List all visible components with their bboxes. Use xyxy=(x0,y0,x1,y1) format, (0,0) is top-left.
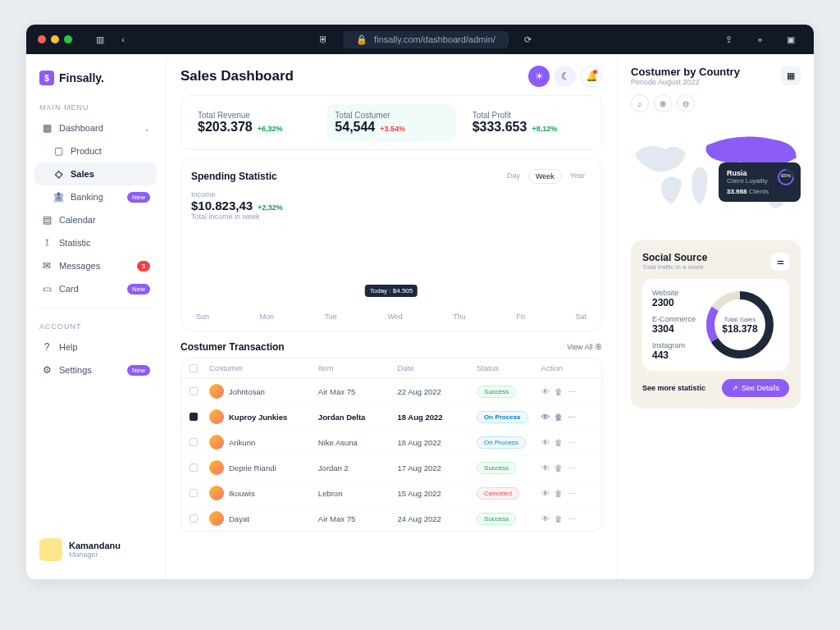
range-year[interactable]: Year xyxy=(564,169,591,184)
share-icon[interactable]: ⇪ xyxy=(722,33,735,46)
view-icon[interactable]: 👁 xyxy=(541,413,550,422)
world-map[interactable]: 65% Rusia Client Loyality 33.988 Clients xyxy=(631,117,801,232)
card-icon: ▭ xyxy=(41,283,52,294)
view-icon[interactable]: 👁 xyxy=(541,463,550,472)
more-icon[interactable]: ⋯ xyxy=(568,387,576,396)
reload-icon[interactable]: ⟳ xyxy=(522,33,535,46)
theme-dark-button[interactable]: ☾ xyxy=(555,66,576,87)
sidebar: $ Finsally. MAIN MENU ▦ Dashboard ⌄ ▢ Pr… xyxy=(26,54,166,579)
delete-icon[interactable]: 🗑 xyxy=(555,438,563,447)
new-badge: New xyxy=(127,192,150,203)
chat-icon: ✉ xyxy=(41,260,52,272)
sidebar-item-settings[interactable]: ⚙ Settings New xyxy=(34,358,157,381)
back-icon[interactable]: ‹ xyxy=(116,33,130,46)
new-tab-icon[interactable]: ＋ xyxy=(753,33,766,46)
more-icon[interactable]: ⋯ xyxy=(568,514,576,523)
delete-icon[interactable]: 🗑 xyxy=(555,387,563,396)
row-checkbox[interactable] xyxy=(189,489,198,497)
browser-window: ▥ ‹ ⛨ 🔒 finsally.com/dashboard/admin/ ⟳ … xyxy=(26,25,814,579)
more-icon[interactable]: ⋯ xyxy=(568,489,576,498)
status-badge: Canceled xyxy=(477,487,519,500)
more-icon[interactable]: ⋯ xyxy=(568,413,576,422)
sidebar-item-messages[interactable]: ✉ Messages 3 xyxy=(34,254,157,277)
url-bar[interactable]: 🔒 finsally.com/dashboard/admin/ xyxy=(343,31,509,48)
see-details-button[interactable]: ↗ See Details xyxy=(722,379,789,397)
sidebar-item-calendar[interactable]: ▤ Calendar xyxy=(34,208,157,231)
brand[interactable]: $ Finsally. xyxy=(34,67,157,95)
more-icon[interactable]: ⋯ xyxy=(568,463,576,472)
delete-icon[interactable]: 🗑 xyxy=(555,489,563,498)
zoom-in-icon[interactable]: ⊕ xyxy=(654,94,672,112)
select-all-checkbox[interactable] xyxy=(189,364,198,372)
sidebar-item-product[interactable]: ▢ Product xyxy=(34,139,157,162)
chart-tooltip: Today : $4.505 xyxy=(365,285,418,297)
grid-icon: ▦ xyxy=(41,122,52,134)
table-row[interactable]: Johntosan Air Max 75 22 Aug 2022 Success… xyxy=(181,378,601,404)
view-icon[interactable]: 👁 xyxy=(541,489,550,498)
tabs-icon[interactable]: ▣ xyxy=(784,33,797,46)
notifications-button[interactable]: 🔔 xyxy=(581,66,602,87)
delete-icon[interactable]: 🗑 xyxy=(555,514,563,523)
status-badge: On Process xyxy=(477,436,526,449)
shield-icon[interactable]: ⛨ xyxy=(317,33,330,46)
sidebar-item-help[interactable]: ? Help xyxy=(34,336,157,358)
current-user[interactable]: Kamandanu Manager xyxy=(34,533,157,566)
minimize-icon[interactable] xyxy=(51,35,59,43)
avatar xyxy=(209,409,224,424)
donut-label: Total Sales xyxy=(724,316,756,323)
filter-icon[interactable]: ⚌ xyxy=(771,253,789,271)
sidebar-item-sales[interactable]: ◇ Sales xyxy=(34,162,157,185)
table-header: Costumer Item Date Status Action xyxy=(181,358,601,378)
donut-chart: Total Sales$18.378 xyxy=(704,289,776,361)
income-value: $10.823,43 xyxy=(191,199,253,212)
chart-title: Spending Statistic xyxy=(191,171,277,182)
row-checkbox[interactable] xyxy=(189,514,198,523)
table-row[interactable]: Deprie Riandi Jordan 2 17 Aug 2022 Succe… xyxy=(181,454,601,480)
sidebar-item-statistic[interactable]: ⫱ Statistic xyxy=(34,231,157,254)
social-value: 2300 xyxy=(652,297,696,308)
map-tip-value: 33.988 xyxy=(727,188,746,195)
see-more-link[interactable]: See more statistic xyxy=(642,384,705,392)
row-checkbox[interactable] xyxy=(189,387,198,395)
row-checkbox[interactable] xyxy=(189,413,198,421)
delete-icon[interactable]: 🗑 xyxy=(555,413,563,422)
view-icon[interactable]: 👁 xyxy=(541,514,550,523)
count-badge: 3 xyxy=(137,261,150,272)
spending-chart-card: Spending Statistic Day Week Year Income … xyxy=(180,158,602,331)
view-icon[interactable]: 👁 xyxy=(541,438,550,447)
range-week[interactable]: Week xyxy=(528,169,562,184)
more-icon[interactable]: ⋯ xyxy=(568,438,576,447)
sidebar-item-banking[interactable]: 🏦 Banking New xyxy=(34,185,157,208)
social-sub: Total traffic in a week xyxy=(642,263,707,271)
avatar xyxy=(209,435,224,450)
row-checkbox[interactable] xyxy=(189,438,198,446)
zoom-out-icon[interactable]: ⊖ xyxy=(677,94,695,112)
table-row[interactable]: Kuproy Junkies Jordan Delta 18 Aug 2022 … xyxy=(181,404,601,429)
table-row[interactable]: Dayat Air Max 75 24 Aug 2022 Success 👁🗑⋯ xyxy=(181,505,601,531)
theme-light-button[interactable]: ☀ xyxy=(528,66,550,87)
sidebar-item-card[interactable]: ▭ Card New xyxy=(34,277,157,300)
kpi-delta: +3.54% xyxy=(380,125,405,133)
date-cell: 15 Aug 2022 xyxy=(397,489,472,498)
sidebar-item-label: Sales xyxy=(71,169,94,179)
sidebar-toggle-icon[interactable]: ▥ xyxy=(94,33,107,46)
view-icon[interactable]: 👁 xyxy=(541,387,550,396)
calendar-button[interactable]: ▦ xyxy=(781,66,801,85)
delete-icon[interactable]: 🗑 xyxy=(555,463,563,472)
kpi-value: $203.378 xyxy=(198,120,253,135)
maximize-icon[interactable] xyxy=(64,35,72,43)
close-icon[interactable] xyxy=(38,35,46,43)
range-day[interactable]: Day xyxy=(500,169,527,184)
chart-icon: ⫱ xyxy=(41,237,52,249)
kpi-delta: +8,12% xyxy=(532,125,557,133)
table-row[interactable]: Arikunn Nike Asuna 18 Aug 2022 On Proces… xyxy=(181,429,601,454)
table-row[interactable]: Ikouwis Lebron 15 Aug 2022 Canceled 👁🗑⋯ xyxy=(181,480,601,505)
item-cell: Jordan Delta xyxy=(318,413,393,422)
social-card: Social Source Total traffic in a week ⚌ … xyxy=(631,240,801,409)
item-cell: Air Max 75 xyxy=(318,387,393,396)
row-checkbox[interactable] xyxy=(189,463,198,472)
search-icon[interactable]: ⌕ xyxy=(631,94,649,112)
view-all-link[interactable]: View All ⦿ xyxy=(567,343,602,351)
sidebar-item-dashboard[interactable]: ▦ Dashboard ⌄ xyxy=(34,116,157,139)
customer-name: Johntosan xyxy=(229,387,265,396)
